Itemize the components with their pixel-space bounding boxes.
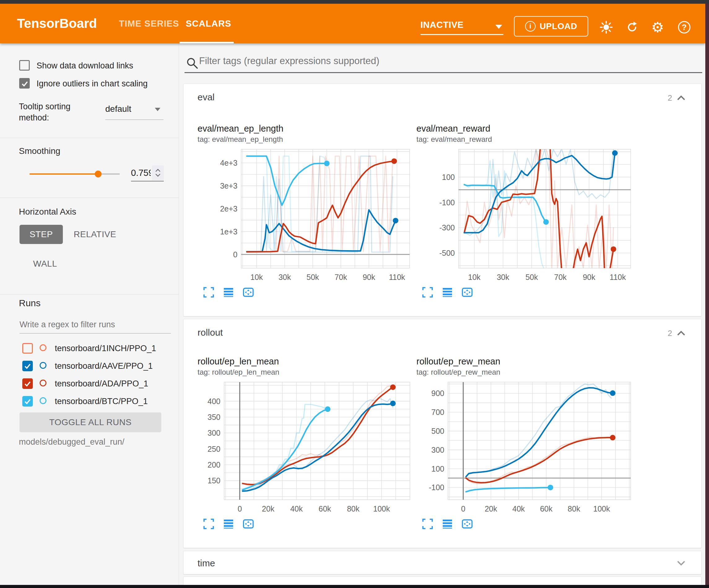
data-table-icon[interactable] xyxy=(223,518,234,531)
chart-svg: 10k30k50k70k90k110k100-100-300-500 xyxy=(416,147,635,284)
tooltip-sorting-label: Tooltip sorting method: xyxy=(19,101,96,123)
fit-domain-icon[interactable] xyxy=(462,518,473,531)
run-row[interactable]: tensorboard/ADA/PPO_1 xyxy=(0,377,179,391)
run-row[interactable]: tensorboard/1INCH/PPO_1 xyxy=(0,342,179,355)
chart-toolbar xyxy=(422,287,655,299)
run-color-circle[interactable] xyxy=(40,397,47,404)
tag-filter-row xyxy=(179,43,705,73)
expand-icon[interactable] xyxy=(422,287,433,299)
axis-option-step[interactable]: STEP xyxy=(20,225,63,244)
svg-text:0: 0 xyxy=(461,504,465,513)
svg-text:0: 0 xyxy=(237,504,242,513)
svg-text:100k: 100k xyxy=(373,504,390,513)
data-table-icon[interactable] xyxy=(442,287,453,299)
collapse-up-icon[interactable] xyxy=(677,330,686,337)
svg-text:100k: 100k xyxy=(593,504,610,513)
svg-text:200: 200 xyxy=(207,460,220,469)
run-row[interactable]: tensorboard/AAVE/PPO_1 xyxy=(0,359,179,373)
chart-eval-mean-reward: eval/mean_reward tag: eval/mean_reward 1… xyxy=(416,124,655,299)
run-checkbox[interactable] xyxy=(22,378,33,389)
section-name: time xyxy=(198,558,215,568)
help-icon[interactable]: ? xyxy=(677,20,692,35)
tooltip-sorting-select[interactable]: default xyxy=(105,104,163,120)
fit-domain-icon[interactable] xyxy=(462,287,473,299)
smoothing-stepper[interactable] xyxy=(152,165,164,180)
run-row[interactable]: tensorboard/BTC/PPO_1 xyxy=(0,395,179,408)
section-card-partial xyxy=(183,577,702,586)
svg-text:0: 0 xyxy=(233,250,237,259)
search-icon xyxy=(186,57,199,69)
upload-label: UPLOAD xyxy=(540,21,577,31)
refresh-icon[interactable] xyxy=(625,20,640,35)
tag-filter-input[interactable] xyxy=(199,53,688,69)
chart-toolbar xyxy=(422,518,655,531)
chart-svg: 10k30k50k70k90k110k01e+32e+33e+34e+3 xyxy=(198,147,414,284)
run-color-circle[interactable] xyxy=(40,344,47,351)
svg-text:20k: 20k xyxy=(484,504,497,513)
chart-title: eval/mean_ep_length xyxy=(198,124,416,134)
ignore-outliers-label: Ignore outliers in chart scaling xyxy=(36,79,148,88)
chevron-down-icon xyxy=(495,25,502,29)
show-download-checkbox[interactable] xyxy=(19,60,30,71)
axis-option-wall[interactable]: WALL xyxy=(33,255,57,273)
chart-plot[interactable]: 10k30k50k70k90k110k100-100-300-500 xyxy=(416,147,655,285)
chart-plot[interactable]: 020k40k60k80k100k-100100300500700900 xyxy=(416,380,655,517)
svg-text:700: 700 xyxy=(431,408,444,416)
run-checkbox[interactable] xyxy=(22,361,33,371)
svg-text:40k: 40k xyxy=(513,504,525,513)
run-color-circle[interactable] xyxy=(40,380,47,386)
data-table-icon[interactable] xyxy=(223,287,234,299)
window-bottom-strip xyxy=(0,585,709,588)
upload-button[interactable]: i UPLOAD xyxy=(514,16,588,36)
chart-eval-mean-ep-length: eval/mean_ep_length tag: eval/mean_ep_le… xyxy=(198,124,416,299)
collapse-up-icon[interactable] xyxy=(677,95,686,101)
fit-domain-icon[interactable] xyxy=(243,518,254,531)
chart-plot[interactable]: 020k40k60k80k100k150200250300350400 xyxy=(198,380,416,517)
svg-text:300: 300 xyxy=(207,429,220,437)
status-underline xyxy=(420,34,503,35)
chart-rollout-ep-len-mean: rollout/ep_len_mean tag: rollout/ep_len_… xyxy=(198,356,416,531)
runs-filter-underline xyxy=(20,333,171,333)
expand-icon[interactable] xyxy=(203,518,214,531)
gear-icon[interactable]: ⚙ xyxy=(650,20,665,35)
fit-domain-icon[interactable] xyxy=(243,287,254,299)
run-checkbox[interactable] xyxy=(22,396,33,407)
run-color-circle[interactable] xyxy=(40,362,47,369)
brightness-icon[interactable] xyxy=(599,20,614,35)
toggle-all-runs-button[interactable]: TOGGLE ALL RUNS xyxy=(20,412,161,432)
smoothing-value-input[interactable] xyxy=(131,166,151,180)
app-header: TensorBoard TIME SERIES SCALARS INACTIVE… xyxy=(0,4,705,43)
svg-text:500: 500 xyxy=(431,427,444,435)
select-underline xyxy=(105,120,163,120)
tab-scalars[interactable]: SCALARS xyxy=(186,4,231,43)
svg-text:70k: 70k xyxy=(335,273,347,281)
smoothing-slider-filled[interactable] xyxy=(29,173,98,175)
svg-text:90k: 90k xyxy=(363,273,375,281)
svg-text:60k: 60k xyxy=(540,504,553,513)
show-download-label: Show data download links xyxy=(36,61,133,71)
chart-plot[interactable]: 10k30k50k70k90k110k01e+32e+33e+34e+3 xyxy=(198,147,416,285)
run-checkbox[interactable] xyxy=(22,343,33,354)
expand-icon[interactable] xyxy=(203,287,214,299)
status-label: INACTIVE xyxy=(420,20,464,30)
runs-filter-input[interactable] xyxy=(20,318,162,331)
svg-text:30k: 30k xyxy=(497,273,509,281)
ignore-outliers-checkbox[interactable] xyxy=(19,78,30,88)
expand-icon[interactable] xyxy=(422,518,433,531)
smoothing-slider-thumb[interactable] xyxy=(95,171,102,177)
svg-text:30k: 30k xyxy=(278,273,291,281)
collapse-down-icon[interactable] xyxy=(677,560,686,566)
data-table-icon[interactable] xyxy=(442,518,453,531)
section-name: rollout xyxy=(198,327,223,338)
smoothing-label: Smoothing xyxy=(19,146,60,156)
tab-time-series[interactable]: TIME SERIES xyxy=(119,4,179,43)
axis-option-relative[interactable]: RELATIVE xyxy=(74,225,116,244)
info-icon: i xyxy=(525,21,535,32)
svg-text:4e+3: 4e+3 xyxy=(220,158,237,167)
section-card-rollout: rollout 2 rollout/ep_len_mean tag: rollo… xyxy=(183,319,702,548)
svg-text:100: 100 xyxy=(431,464,444,473)
svg-text:-500: -500 xyxy=(439,249,455,257)
section-count: 2 xyxy=(668,93,672,103)
section-card-time: time xyxy=(183,551,702,574)
chart-rollout-ep-rew-mean: rollout/ep_rew_mean tag: rollout/ep_rew_… xyxy=(416,356,655,531)
